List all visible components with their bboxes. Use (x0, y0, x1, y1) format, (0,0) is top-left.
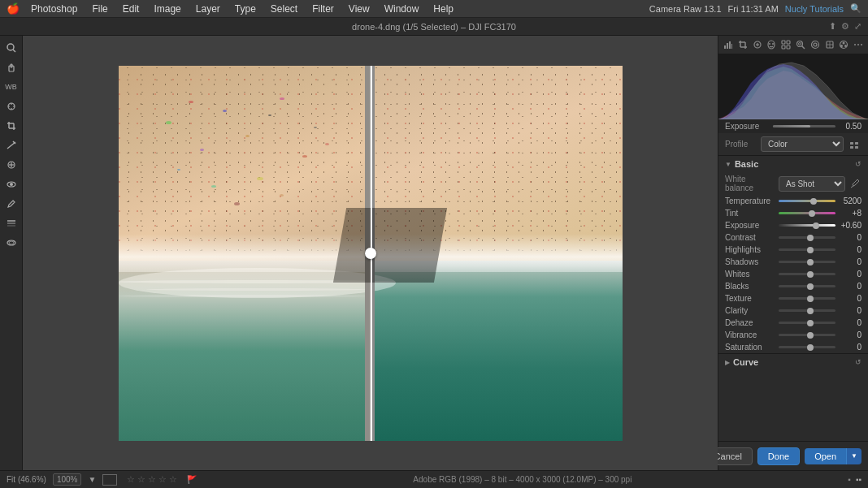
menu-edit[interactable]: Edit (116, 2, 146, 16)
crop-panel-icon[interactable] (736, 37, 749, 52)
vibrance-slider[interactable] (779, 334, 835, 336)
star-4[interactable]: ☆ (158, 474, 167, 485)
delete-flag-icon[interactable]: 🚩 (187, 475, 197, 484)
menu-window[interactable]: Window (378, 2, 426, 16)
open-dropdown-button[interactable]: ▼ (846, 448, 861, 464)
open-button[interactable]: Open (805, 448, 846, 464)
exposure-slider[interactable] (779, 224, 835, 227)
search-icon[interactable]: 🔍 (850, 3, 861, 14)
texture-slider[interactable] (779, 297, 835, 300)
color-sampler-tool[interactable] (2, 97, 20, 115)
menu-filter[interactable]: Filter (306, 2, 341, 16)
menu-select[interactable]: Select (264, 2, 304, 16)
status-bar: Fit (46.6%) 100% ▼ ☆ ☆ ☆ ☆ ☆ 🚩 Adobe RGB… (0, 470, 868, 488)
mask-panel-icon[interactable] (765, 37, 778, 52)
adjustment-brush-tool[interactable] (2, 195, 20, 213)
basic-section-header[interactable]: ▼ Basic ↺ (718, 155, 868, 172)
saturation-label: Saturation (725, 343, 775, 352)
heal-panel-icon[interactable] (751, 37, 764, 52)
clarity-row: Clarity 0 (718, 304, 868, 317)
left-toolbar: WB (0, 36, 23, 470)
star-5[interactable]: ☆ (169, 474, 177, 485)
whites-row: Whites 0 (718, 268, 868, 280)
svg-line-1 (13, 50, 15, 52)
view-single-icon[interactable]: ▪ (848, 475, 851, 484)
optics-panel-icon[interactable] (809, 37, 822, 52)
straighten-tool[interactable] (2, 136, 20, 154)
zoom-tool[interactable] (2, 39, 20, 57)
menu-file[interactable]: File (85, 2, 114, 16)
tint-slider[interactable] (779, 212, 835, 214)
curve-reset-icon[interactable]: ↺ (855, 358, 861, 366)
navigator-icon[interactable] (102, 474, 117, 486)
apple-menu-icon[interactable]: 🍎 (7, 2, 20, 15)
star-2[interactable]: ☆ (137, 474, 145, 485)
basic-reset-icon[interactable]: ↺ (855, 160, 861, 168)
blacks-value: 0 (839, 282, 861, 291)
saturation-value: 0 (839, 343, 861, 352)
profile-select[interactable]: Color Adobe Color Monochrome (761, 136, 844, 152)
star-rating[interactable]: ☆ ☆ ☆ ☆ ☆ (127, 474, 177, 485)
wb-eyedropper-icon[interactable] (848, 177, 861, 190)
contrast-slider[interactable] (779, 236, 835, 239)
right-panel: Exposure 0.50 Profile Color Adobe Color … (718, 36, 868, 470)
svg-rect-28 (731, 44, 732, 49)
profile-browse-icon[interactable] (847, 137, 861, 152)
radial-filter-tool[interactable] (2, 234, 20, 252)
histogram-panel-icon[interactable] (722, 37, 735, 52)
done-button[interactable]: Done (757, 447, 800, 465)
menu-type[interactable]: Type (228, 2, 263, 16)
tutorials-link[interactable]: Nucly Tutorials (785, 4, 844, 14)
geometry-panel-icon[interactable] (823, 37, 836, 52)
split-handle[interactable] (365, 248, 376, 259)
clarity-slider[interactable] (779, 309, 835, 312)
wb-select[interactable]: As Shot Auto Daylight Cloudy (779, 176, 845, 192)
red-eye-tool[interactable] (2, 175, 20, 193)
share-icon[interactable]: ⬆ (829, 21, 836, 32)
star-3[interactable]: ☆ (148, 474, 156, 485)
canvas-area[interactable] (23, 36, 718, 470)
action-bar: Cancel Done Open ▼ (718, 441, 868, 470)
dehaze-value: 0 (839, 318, 861, 327)
crop-tool[interactable] (2, 117, 20, 135)
open-button-group: Open ▼ (805, 448, 861, 464)
more-panel-icon[interactable] (852, 37, 865, 52)
exposure-bar-track[interactable] (773, 125, 835, 127)
svg-rect-42 (787, 45, 790, 49)
menu-view[interactable]: View (342, 2, 376, 16)
zoom-dropdown-icon[interactable]: ▼ (88, 475, 96, 484)
svg-point-54 (844, 45, 847, 47)
view-split-icon[interactable]: ▪▪ (856, 475, 861, 484)
presets-panel-icon[interactable] (779, 37, 792, 52)
detail-panel-icon[interactable] (794, 37, 807, 52)
app-title: Camera Raw 13.1 (649, 4, 722, 14)
profile-row: Profile Color Adobe Color Monochrome (718, 133, 868, 155)
svg-rect-41 (782, 45, 785, 49)
panel-body[interactable]: ▼ Basic ↺ White balance As Shot Auto Day… (718, 155, 868, 441)
svg-rect-26 (727, 43, 728, 49)
svg-rect-39 (782, 41, 785, 44)
spot-heal-tool[interactable] (2, 156, 20, 174)
zoom-input[interactable]: 100% (53, 473, 82, 486)
blacks-slider[interactable] (779, 285, 835, 287)
saturation-slider[interactable] (779, 346, 835, 348)
menu-layer[interactable]: Layer (189, 2, 227, 16)
svg-point-52 (843, 42, 845, 45)
calibration-panel-icon[interactable] (837, 37, 850, 52)
highlights-slider[interactable] (779, 248, 835, 251)
temperature-slider[interactable] (779, 200, 835, 202)
curve-section-header[interactable]: ▶ Curve ↺ (718, 353, 868, 370)
menu-image[interactable]: Image (147, 2, 187, 16)
hand-tool[interactable] (2, 58, 20, 76)
star-1[interactable]: ☆ (127, 474, 135, 485)
shadows-slider[interactable] (779, 261, 835, 263)
white-balance-tool[interactable]: WB (2, 78, 20, 96)
menu-help[interactable]: Help (427, 2, 460, 16)
menu-photoshop[interactable]: Photoshop (24, 2, 84, 16)
fullscreen-icon[interactable]: ⤢ (854, 21, 861, 32)
graduated-filter-tool[interactable] (2, 214, 20, 232)
svg-rect-27 (729, 41, 731, 49)
settings-icon[interactable]: ⚙ (841, 21, 849, 32)
whites-slider[interactable] (779, 273, 835, 275)
dehaze-slider[interactable] (779, 322, 835, 324)
